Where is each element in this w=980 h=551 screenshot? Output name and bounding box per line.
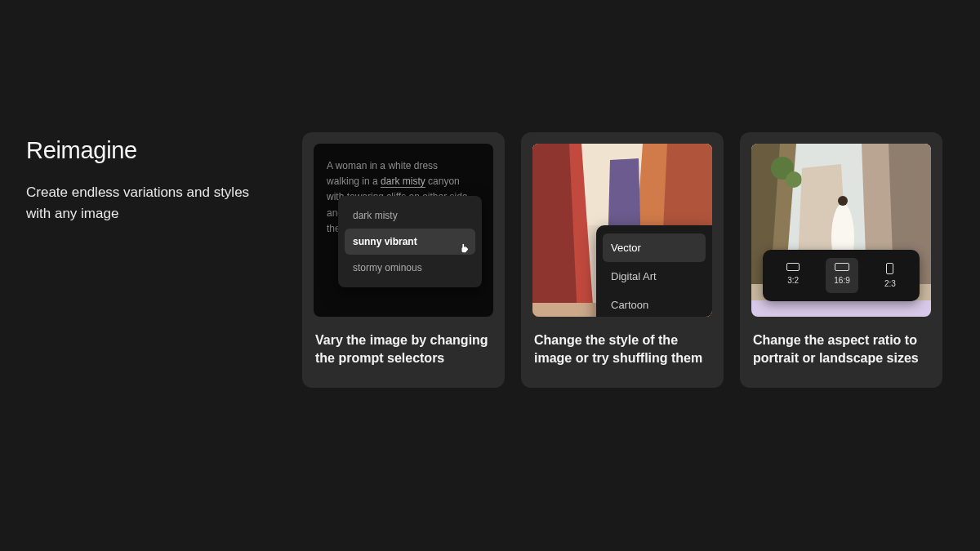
ratio-option-16-9-selected[interactable]: 16:9 (826, 258, 858, 293)
ratio-frame-icon (835, 263, 849, 271)
prompt-dropdown[interactable]: dark misty sunny vibrant stormy ominous (338, 196, 482, 287)
card-caption: Change the style of the image or try shu… (532, 331, 712, 376)
ratio-label: 16:9 (834, 276, 849, 285)
aspect-ratio-bar[interactable]: 3:2 16:9 2:3 (763, 250, 920, 301)
card-caption: Vary the image by changing the prompt se… (314, 331, 493, 376)
intro-section: Reimagine Create endless variations and … (0, 0, 270, 388)
ratio-option-2-3[interactable]: 2:3 (876, 258, 904, 293)
section-subheading: Create endless variations and styles wit… (26, 182, 270, 225)
ratio-label: 3:2 (787, 276, 799, 285)
ratio-option-3-2[interactable]: 3:2 (778, 258, 808, 293)
style-option[interactable]: Cartoon (603, 291, 706, 317)
dropdown-option[interactable]: stormy ominous (345, 255, 475, 281)
card-aspect-ratio: 3:2 16:9 2:3 Change the aspect ratio to … (740, 132, 942, 388)
ratio-label: 2:3 (884, 279, 896, 288)
ratio-frame-icon (786, 263, 800, 271)
cursor-hand-icon (459, 242, 470, 255)
ratio-frame-icon (886, 263, 893, 274)
prompt-line: A woman in a white dress (327, 160, 438, 171)
svg-point-9 (838, 196, 848, 206)
card-caption: Change the aspect ratio to portrait or l… (751, 331, 931, 376)
card-prompt-selectors: A woman in a white dress walking in a da… (302, 132, 505, 388)
style-dropdown[interactable]: Vector Digital Art Cartoon (596, 225, 712, 317)
dropdown-option-label: sunny vibrant (353, 236, 417, 247)
dropdown-option-selected[interactable]: sunny vibrant (345, 229, 475, 255)
card-visual-prompt: A woman in a white dress walking in a da… (314, 144, 493, 317)
prompt-line: walking in a (327, 176, 381, 187)
section-heading: Reimagine (26, 137, 270, 164)
style-option[interactable]: Digital Art (603, 262, 706, 291)
card-visual-style: Vector Digital Art Cartoon (532, 144, 712, 317)
svg-point-7 (786, 171, 802, 188)
prompt-line: canyon (425, 176, 460, 187)
card-visual-aspect: 3:2 16:9 2:3 (751, 144, 931, 317)
style-option-selected[interactable]: Vector (603, 233, 706, 262)
prompt-selector-underlined[interactable]: dark misty (381, 176, 425, 188)
feature-cards: A woman in a white dress walking in a da… (302, 0, 942, 388)
card-style-picker: Vector Digital Art Cartoon Change the st… (521, 132, 724, 388)
dropdown-option[interactable]: dark misty (345, 202, 475, 229)
